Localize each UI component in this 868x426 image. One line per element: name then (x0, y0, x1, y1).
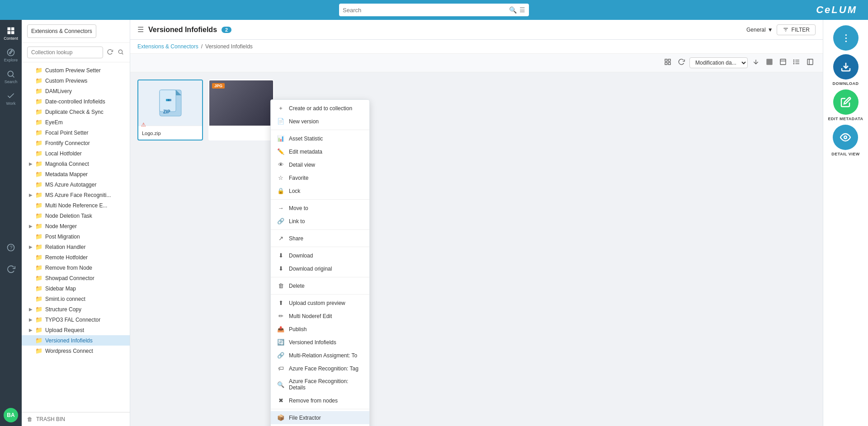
sidebar-tree-item[interactable]: ▶📁Wordpress Connect (22, 346, 130, 356)
sidebar-search-button[interactable] (117, 48, 125, 57)
svg-point-39 (844, 136, 847, 139)
sidebar-tree-item[interactable]: ▶📁TYPO3 FAL Connector (22, 314, 130, 325)
context-menu-item[interactable]: 📄New version (271, 115, 369, 128)
sidebar-refresh-button[interactable] (106, 48, 114, 57)
svg-rect-3 (11, 31, 14, 34)
sidebar-tree-item[interactable]: ▶📁Structure Copy (22, 304, 130, 314)
context-menu-item[interactable]: ↗Share (271, 232, 369, 245)
sidebar-tree-item[interactable]: ▶📁Remove from Node (22, 262, 130, 273)
grid-view-button[interactable] (662, 56, 673, 69)
color-button[interactable] (764, 56, 775, 69)
context-menu-item[interactable]: →Move to (271, 201, 369, 215)
sidebar-tree-item[interactable]: ▶📁Metadata Mapper (22, 169, 130, 179)
sidebar-tree-item[interactable]: ▶📁Smint.io connect (22, 294, 130, 304)
sidebar-tree-item[interactable]: ▶📁MS Azure Face Recogniti... (22, 190, 130, 200)
context-menu-item[interactable]: 📤Publish (271, 323, 369, 336)
fit-button[interactable] (778, 56, 788, 69)
sidebar-tree-item[interactable]: ▶📁Showpad Connector (22, 273, 130, 283)
nav-question[interactable]: ? (1, 238, 21, 257)
sidebar-tree-item[interactable]: ▶📁Frontify Connector (22, 138, 130, 148)
tree-item-label: Magnolia Connect (45, 161, 89, 167)
asset-card[interactable]: ZIP Logo.zip ⚠ (137, 80, 203, 140)
sidebar-tree-item[interactable]: ▶📁Magnolia Connect (22, 159, 130, 169)
context-menu-item[interactable]: 🏷Azure Face Recognition: Tag (271, 362, 369, 375)
context-menu-item[interactable]: 👁Detail view (271, 158, 369, 171)
context-menu-item[interactable]: 📊Asset Statistic (271, 132, 369, 145)
filter-icon: ☰ (519, 6, 525, 14)
nav-content[interactable]: Content (1, 23, 21, 43)
detail-view-button[interactable] (833, 125, 858, 150)
context-menu-item[interactable]: 📋Copy asset metadata (271, 424, 369, 426)
context-menu-item[interactable]: ✏️Edit metadata (271, 145, 369, 158)
sidebar-tree-item[interactable]: ▶📁Custom Previews (22, 75, 130, 86)
list-view-button[interactable] (791, 56, 802, 69)
refresh-button[interactable] (676, 56, 687, 69)
page-title: Versioned Infofields (148, 26, 217, 34)
search-input[interactable] (343, 7, 506, 14)
sidebar-tree-item[interactable]: ▶📁Relation Handler (22, 242, 130, 252)
context-menu-item[interactable]: 🗑Delete (271, 279, 369, 292)
user-avatar[interactable]: BA (4, 408, 18, 422)
sidebar-select[interactable]: Extensions & Connectors (27, 24, 96, 38)
ctx-divider (271, 294, 369, 295)
search-bar[interactable]: 🔍 ☰ (339, 4, 529, 16)
context-menu-item[interactable]: ✖Remove from nodes (271, 394, 369, 407)
sidebar-tree-item[interactable]: ▶📁Local Hotfolder (22, 148, 130, 159)
sidebar-tree-item[interactable]: ▶📁Node Deletion Task (22, 211, 130, 221)
sidebar-tree-item[interactable]: ▶📁Focal Point Setter (22, 127, 130, 138)
folder-icon: 📁 (35, 77, 42, 84)
svg-text:?: ? (10, 245, 13, 250)
context-menu-item[interactable]: ⬆Upload custom preview (271, 296, 369, 309)
context-menu-item[interactable]: 🔗Link to (271, 215, 369, 228)
edit-metadata-button[interactable] (833, 89, 859, 115)
expand-arrow: ▶ (29, 307, 33, 312)
sidebar-tree-item[interactable]: ▶📁Node Merger (22, 221, 130, 231)
sidebar-tree-item[interactable]: ▶📁Versioned Infofields (22, 335, 130, 346)
nav-explore-label: Explore (4, 58, 18, 62)
sidebar-tree-item[interactable]: ▶📁Sidebar Map (22, 283, 130, 294)
nav-explore[interactable]: Explore (1, 45, 21, 65)
download-button[interactable] (833, 54, 859, 80)
sidebar-tree-item[interactable]: ▶📁Post Migration (22, 231, 130, 242)
context-menu-item[interactable]: ⬇Download (271, 249, 369, 262)
context-menu-item[interactable]: 🔄Versioned Infofields (271, 336, 369, 349)
tree-item-label: Wordpress Connect (45, 348, 93, 354)
sidebar-trash[interactable]: 🗑 TRASH BIN (22, 412, 130, 426)
sidebar-tree-item[interactable]: ▶📁MS Azure Autotagger (22, 179, 130, 190)
sort-dropdown[interactable]: Modification da... (689, 57, 748, 68)
context-menu-item[interactable]: ✏Multi Noderef Edit (271, 309, 369, 323)
sidebar-tree-item[interactable]: ▶📁EyeEm (22, 117, 130, 127)
nav-search[interactable]: Search (1, 67, 21, 87)
context-menu-item[interactable]: 🔒Lock (271, 184, 369, 197)
sidebar-search-row (22, 43, 130, 62)
context-menu-item[interactable]: 🔍Azure Face Recognition: Details (271, 375, 369, 394)
collection-lookup-input[interactable] (27, 47, 103, 58)
folder-icon: 📁 (35, 233, 42, 240)
context-menu-item[interactable]: ☆Favorite (271, 171, 369, 184)
general-dropdown[interactable]: General ▼ (746, 27, 773, 33)
context-menu-item[interactable]: ⬇Download original (271, 262, 369, 275)
detail-view-button[interactable] (805, 56, 816, 69)
breadcrumb-root[interactable]: Extensions & Connectors (137, 43, 198, 50)
general-label: General (746, 27, 766, 33)
nav-work[interactable]: Work (1, 89, 21, 108)
more-button[interactable]: ⋮ (833, 25, 859, 51)
svg-rect-0 (8, 28, 11, 31)
main-layout: Content Explore Search Work ? BA Extensi… (0, 20, 868, 426)
context-menu-item[interactable]: 🔗Multi-Relation Assigment: To (271, 349, 369, 362)
sidebar-tree-item[interactable]: ▶📁DAMLivery (22, 86, 130, 96)
sidebar-tree-item[interactable]: ▶📁Duplicate Check & Sync (22, 107, 130, 117)
sidebar-tree-item[interactable]: ▶📁Date-controlled Infofields (22, 96, 130, 107)
filter-button[interactable]: FILTER (777, 24, 816, 35)
sidebar-tree-item[interactable]: ▶📁Remote Hotfolder (22, 252, 130, 262)
ctx-divider (271, 247, 369, 247)
sidebar-tree-item[interactable]: ▶📁Custom Preview Setter (22, 65, 130, 75)
asset-card[interactable]: JPG (208, 80, 274, 140)
context-menu-item[interactable]: +Create or add to collection (271, 102, 369, 115)
nav-sync[interactable] (1, 259, 21, 279)
sidebar-tree-item[interactable]: ▶📁Upload Request (22, 325, 130, 335)
context-menu-item[interactable]: 📦File Extractor (271, 411, 369, 424)
sidebar-tree-item[interactable]: ▶📁Multi Node Reference E... (22, 200, 130, 211)
hamburger-icon[interactable]: ☰ (137, 25, 144, 34)
sort-direction-button[interactable] (750, 56, 761, 69)
